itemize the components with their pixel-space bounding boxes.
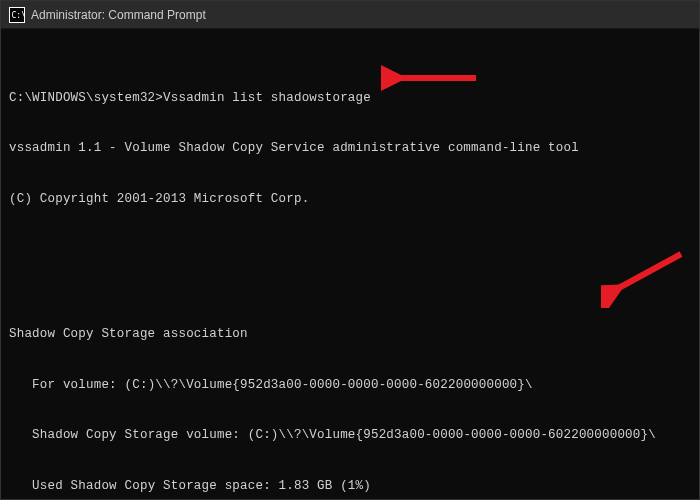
svg-text:C:\: C:\ xyxy=(12,11,26,20)
terminal-output[interactable]: C:\WINDOWS\system32>Vssadmin list shadow… xyxy=(1,29,699,499)
assoc-storage-volume: Shadow Copy Storage volume: (C:)\\?\Volu… xyxy=(9,427,691,444)
command-1: Vssadmin list shadowstorage xyxy=(163,90,371,107)
cmd-icon: C:\ xyxy=(9,7,25,23)
output-copyright: (C) Copyright 2001-2013 Microsoft Corp. xyxy=(9,191,691,208)
assoc-used: Used Shadow Copy Storage space: 1.83 GB … xyxy=(9,478,691,495)
assoc-header: Shadow Copy Storage association xyxy=(9,326,691,343)
prompt-path: C:\WINDOWS\system32> xyxy=(9,90,163,107)
titlebar[interactable]: C:\ Administrator: Command Prompt xyxy=(1,1,699,29)
blank-line xyxy=(9,258,691,275)
window-title: Administrator: Command Prompt xyxy=(31,8,206,22)
annotation-arrow-2 xyxy=(601,214,691,342)
annotation-arrow-1 xyxy=(381,31,481,125)
output-banner: vssadmin 1.1 - Volume Shadow Copy Servic… xyxy=(9,140,691,157)
assoc-for-volume: For volume: (C:)\\?\Volume{952d3a00-0000… xyxy=(9,377,691,394)
command-prompt-window: C:\ Administrator: Command Prompt C:\WIN… xyxy=(0,0,700,500)
prompt-line-1: C:\WINDOWS\system32>Vssadmin list shadow… xyxy=(9,90,691,107)
